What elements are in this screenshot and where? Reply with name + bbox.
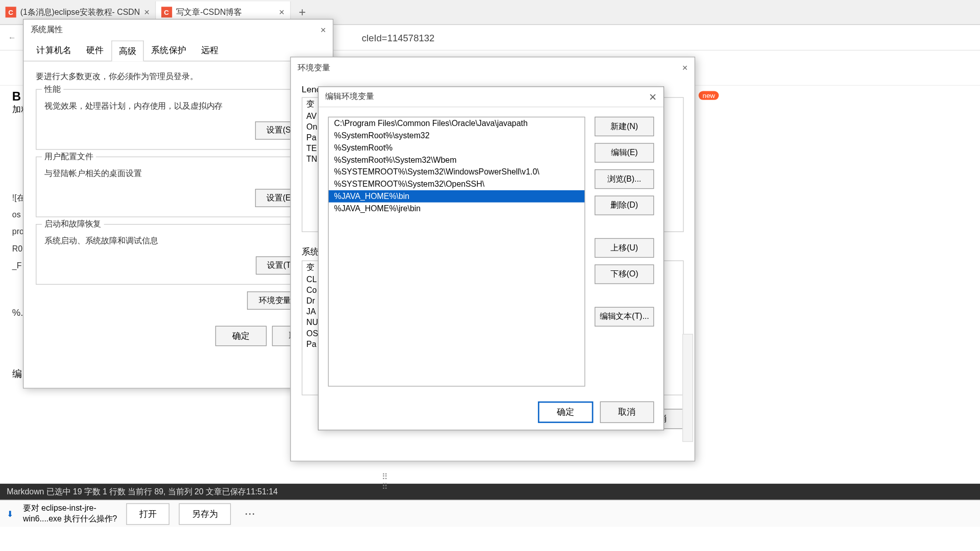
path-entry[interactable]: C:\Program Files\Common Files\Oracle\Jav… (329, 117, 584, 130)
favicon-icon: C (161, 7, 172, 17)
tab-title: 写文章-CSDN博客 (176, 7, 242, 18)
dialog-title: 环境变量 (298, 62, 330, 73)
path-entry[interactable]: %SystemRoot% (329, 142, 584, 154)
delete-button[interactable]: 删除(D) (595, 195, 654, 215)
system-properties-dialog: 系统属性× 计算机名硬件高级系统保护远程 要进行大多数更改，你必须作为管理员登录… (23, 19, 333, 389)
path-entry[interactable]: %SystemRoot%\System32\Wbem (329, 154, 584, 166)
new-tab-button[interactable]: + (290, 5, 314, 19)
favicon-icon: C (6, 7, 16, 17)
path-entry[interactable]: %SYSTEMROOT%\System32\WindowsPowerShell\… (329, 166, 584, 178)
sysprops-tab[interactable]: 系统保护 (144, 40, 194, 61)
path-entry[interactable]: %JAVA_HOME%\jre\bin (329, 203, 584, 215)
path-entry[interactable]: %JAVA_HOME%\bin (329, 190, 584, 203)
sysprops-tab[interactable]: 高级 (111, 40, 143, 61)
edit-button[interactable]: 编辑(E) (595, 143, 654, 162)
browse-button[interactable]: 浏览(B)... (595, 169, 654, 189)
new-button[interactable]: 新建(N) (595, 117, 654, 136)
download-bar: ⬇ 要对 eclipse-inst-jre- win6....exe 执行什么操… (0, 500, 980, 527)
download-question: 要对 eclipse-inst-jre- win6....exe 执行什么操作? (23, 503, 117, 524)
scrollbar[interactable] (682, 334, 693, 442)
sysprops-tab[interactable]: 远程 (194, 40, 226, 61)
close-icon[interactable]: × (321, 24, 326, 35)
edit-env-var-dialog: 编辑环境变量✕ C:\Program Files\Common Files\Or… (318, 86, 664, 430)
editor-status-bar: Markdown 已选中 19 字数 1 行数 当前行 89, 当前列 20 文… (0, 484, 980, 500)
sysprops-tab[interactable]: 硬件 (79, 40, 111, 61)
admin-note: 要进行大多数更改，你必须作为管理员登录。 (36, 71, 321, 82)
status-left: Markdown 已选中 19 字数 1 行数 当前行 89, 当前列 20 文… (7, 486, 278, 497)
ok-button[interactable]: 确定 (215, 326, 266, 346)
down-button[interactable]: 下移(O) (595, 264, 654, 284)
edit-text-button[interactable]: 编辑文本(T)... (595, 307, 654, 327)
ok-button[interactable]: 确定 (538, 402, 593, 423)
close-icon[interactable]: × (682, 62, 688, 73)
open-button[interactable]: 打开 (127, 503, 170, 524)
dialog-title: 系统属性 (31, 24, 63, 35)
path-entry[interactable]: %SYSTEMROOT%\System32\OpenSSH\ (329, 178, 584, 190)
close-icon[interactable]: × (279, 7, 285, 17)
dialog-title: 编辑环境变量 (325, 91, 374, 103)
up-button[interactable]: 上移(U) (595, 238, 654, 258)
back-icon[interactable]: ← (8, 33, 16, 42)
save-as-button[interactable]: 另存为 (179, 503, 231, 524)
download-icon: ⬇ (7, 509, 13, 519)
close-icon[interactable]: ✕ (649, 91, 657, 102)
more-icon[interactable]: ⋯ (244, 507, 255, 520)
separator-dots: ⠿⠿ (382, 472, 389, 491)
close-icon[interactable]: × (144, 7, 150, 17)
path-list[interactable]: C:\Program Files\Common Files\Oracle\Jav… (328, 117, 585, 387)
sysprops-tab[interactable]: 计算机名 (29, 40, 79, 61)
cancel-button[interactable]: 取消 (600, 402, 654, 423)
tab-title: (1条消息)eclipse安装教程- CSDN (20, 7, 140, 18)
path-entry[interactable]: %SystemRoot%\system32 (329, 130, 584, 142)
